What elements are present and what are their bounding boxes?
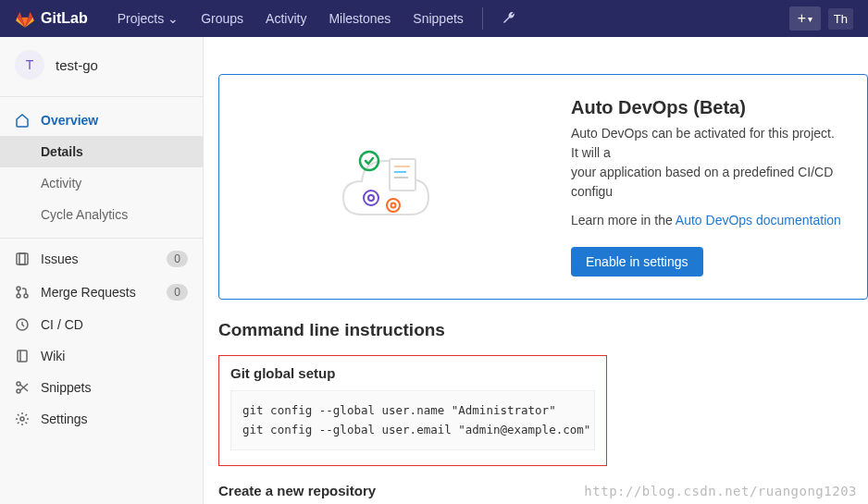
- sidebar-label-snippets: Snippets: [41, 380, 91, 395]
- sidebar-item-overview[interactable]: Overview: [0, 104, 203, 136]
- svg-point-8: [17, 389, 20, 393]
- sidebar-subitem-activity[interactable]: Activity: [0, 167, 203, 199]
- sidebar-label-mr: Merge Requests: [41, 285, 136, 300]
- wrench-icon: [502, 11, 516, 26]
- devops-docs-link[interactable]: Auto DevOps documentation: [676, 213, 841, 227]
- nav-activity[interactable]: Activity: [254, 0, 317, 37]
- nav-admin-wrench[interactable]: [490, 0, 527, 37]
- svg-rect-0: [17, 253, 28, 264]
- sidebar: T test-go Overview Details Activity Cycl…: [0, 37, 204, 504]
- svg-rect-6: [18, 350, 27, 362]
- chevron-down-icon: ⌄: [167, 11, 179, 26]
- nav-groups[interactable]: Groups: [190, 0, 254, 37]
- svg-point-4: [24, 294, 28, 298]
- sidebar-subitem-cycle-analytics[interactable]: Cycle Analytics: [0, 199, 203, 230]
- devops-learn-more: Learn more in the Auto DevOps documentat…: [571, 211, 845, 230]
- book-icon: [15, 349, 30, 363]
- nav-items: Projects ⌄ Groups Activity Milestones Sn…: [106, 0, 527, 37]
- enable-settings-button[interactable]: Enable in settings: [571, 247, 703, 277]
- sidebar-label-overview: Overview: [41, 113, 98, 128]
- sidebar-subitem-details[interactable]: Details: [0, 136, 203, 167]
- caret-down-icon: ▾: [808, 14, 812, 24]
- svg-point-2: [17, 287, 20, 290]
- setup-code: git config --global user.name "Administr…: [230, 390, 595, 450]
- nav-snippets[interactable]: Snippets: [402, 0, 474, 37]
- setup-title: Git global setup: [230, 365, 595, 381]
- nav-projects[interactable]: Projects ⌄: [106, 0, 190, 37]
- svg-point-3: [17, 294, 20, 298]
- nav-separator: [482, 7, 483, 30]
- nav-right: +▾ Th: [789, 6, 853, 31]
- scissors-icon: [15, 380, 30, 395]
- sidebar-item-snippets[interactable]: Snippets: [0, 372, 203, 403]
- project-header[interactable]: T test-go: [0, 37, 203, 92]
- devops-description: Auto DevOps can be activated for this pr…: [571, 124, 845, 202]
- sidebar-item-cicd[interactable]: CI / CD: [0, 309, 203, 340]
- mr-count-badge: 0: [167, 284, 188, 301]
- sidebar-item-wiki[interactable]: Wiki: [0, 340, 203, 372]
- gear-icon: [15, 412, 30, 426]
- plus-icon: +: [798, 10, 806, 27]
- sidebar-label-cicd: CI / CD: [41, 317, 83, 332]
- nav-milestones[interactable]: Milestones: [317, 0, 402, 37]
- new-menu-button[interactable]: +▾: [789, 6, 821, 31]
- devops-title: Auto DevOps (Beta): [571, 97, 845, 118]
- home-icon: [15, 113, 30, 128]
- sidebar-separator: [0, 96, 203, 97]
- nav-th[interactable]: Th: [828, 8, 853, 30]
- issues-icon: [15, 252, 30, 266]
- brand-name: GitLab: [41, 10, 88, 27]
- sidebar-item-settings[interactable]: Settings: [0, 403, 203, 435]
- svg-rect-11: [390, 159, 415, 191]
- devops-illustration: [242, 97, 556, 277]
- brand-logo[interactable]: GitLab: [15, 8, 88, 29]
- sidebar-item-merge-requests[interactable]: Merge Requests 0: [0, 276, 203, 309]
- create-repo-section: Create a new repository git clone git@19…: [218, 483, 868, 505]
- sidebar-label-issues: Issues: [41, 252, 78, 266]
- sidebar-label-settings: Settings: [41, 412, 88, 426]
- sidebar-item-issues[interactable]: Issues 0: [0, 242, 203, 276]
- svg-point-9: [20, 417, 24, 421]
- cmd-heading: Command line instructions: [218, 320, 868, 340]
- top-navbar: GitLab Projects ⌄ Groups Activity Milest…: [0, 0, 868, 37]
- repo-title: Create a new repository: [218, 483, 868, 498]
- main-content: Auto DevOps (Beta) Auto DevOps can be ac…: [204, 37, 868, 504]
- project-name: test-go: [56, 57, 98, 73]
- sidebar-separator: [0, 238, 203, 239]
- rocket-icon: [15, 317, 30, 332]
- svg-point-7: [17, 382, 20, 386]
- merge-request-icon: [15, 285, 30, 300]
- gitlab-logo-icon: [15, 8, 35, 29]
- project-avatar: T: [15, 50, 44, 80]
- auto-devops-panel: Auto DevOps (Beta) Auto DevOps can be ac…: [218, 74, 868, 300]
- command-line-section: Command line instructions Git global set…: [218, 320, 868, 504]
- git-global-setup-box: Git global setup git config --global use…: [218, 355, 607, 466]
- sidebar-label-wiki: Wiki: [41, 349, 65, 363]
- svg-rect-1: [19, 253, 25, 264]
- issues-count-badge: 0: [167, 251, 188, 267]
